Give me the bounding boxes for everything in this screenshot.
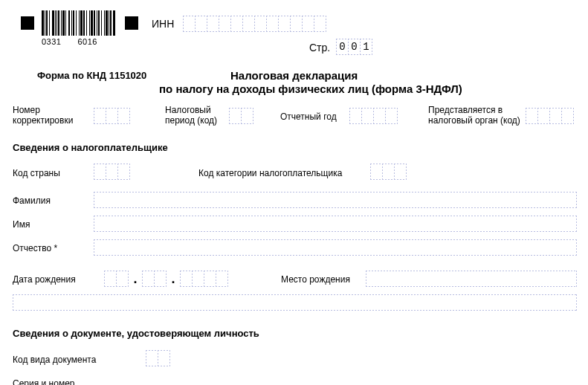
- barcode-right: 6016: [77, 37, 97, 46]
- dob-month-field[interactable]: [142, 271, 167, 287]
- tax-period-label: Налоговый период (код): [165, 105, 217, 126]
- dob-year-field[interactable]: [180, 271, 228, 287]
- authority-label: Представляется в налоговый орган (код): [428, 105, 520, 126]
- name-label: Имя: [13, 219, 30, 230]
- inn-field[interactable]: [183, 16, 326, 32]
- barcode-number: 03316016: [42, 37, 97, 46]
- title-line2: по налогу на доходы физических лиц (форм…: [159, 84, 462, 94]
- dob-day-field[interactable]: [104, 271, 129, 287]
- patronymic-label: Отчество *: [13, 243, 57, 253]
- surname-label: Фамилия: [13, 195, 51, 206]
- report-year-field[interactable]: [349, 108, 398, 124]
- dob-dot-1: .: [132, 271, 138, 287]
- marker-square-right: [125, 16, 138, 30]
- serial-label: Серия и номер: [13, 378, 74, 385]
- doctype-field[interactable]: [146, 350, 170, 366]
- page-label: Стр.: [309, 42, 330, 53]
- patronymic-field[interactable]: [94, 239, 577, 256]
- tax-form-page: 03316016 ИНН Стр. 001 Форма по КНД 11510…: [0, 0, 588, 385]
- surname-field[interactable]: [94, 192, 577, 208]
- doctype-label: Код вида документа: [13, 355, 96, 365]
- country-label: Код страны: [13, 168, 60, 178]
- pob-field-line1[interactable]: [366, 271, 577, 287]
- authority-field[interactable]: [526, 108, 574, 124]
- inn-label: ИНН: [152, 19, 174, 29]
- barcode-left: 0331: [42, 37, 61, 46]
- tax-period-field[interactable]: [229, 108, 253, 124]
- dob-label: Дата рождения: [13, 274, 76, 285]
- category-field[interactable]: [370, 164, 407, 180]
- report-year-label: Отчетный год: [280, 111, 337, 122]
- dob-dot-2: .: [170, 271, 176, 287]
- title-line1: Налоговая декларация: [230, 71, 358, 81]
- name-field[interactable]: [94, 216, 577, 232]
- category-label: Код категории налогоплательщика: [198, 168, 342, 178]
- pob-field-line2[interactable]: [13, 294, 577, 311]
- identity-heading: Сведения о документе, удостоверяющем лич…: [13, 329, 259, 339]
- marker-square-left: [21, 16, 34, 30]
- correction-field[interactable]: [94, 108, 130, 124]
- page-number-field: 001: [336, 39, 372, 55]
- taxpayer-heading: Сведения о налогоплательщике: [13, 143, 168, 153]
- pob-label: Место рождения: [281, 274, 350, 285]
- correction-label: Номер корректировки: [13, 105, 73, 126]
- barcode: [42, 10, 117, 40]
- form-code: Форма по КНД 1151020: [37, 71, 146, 81]
- country-field[interactable]: [94, 164, 130, 180]
